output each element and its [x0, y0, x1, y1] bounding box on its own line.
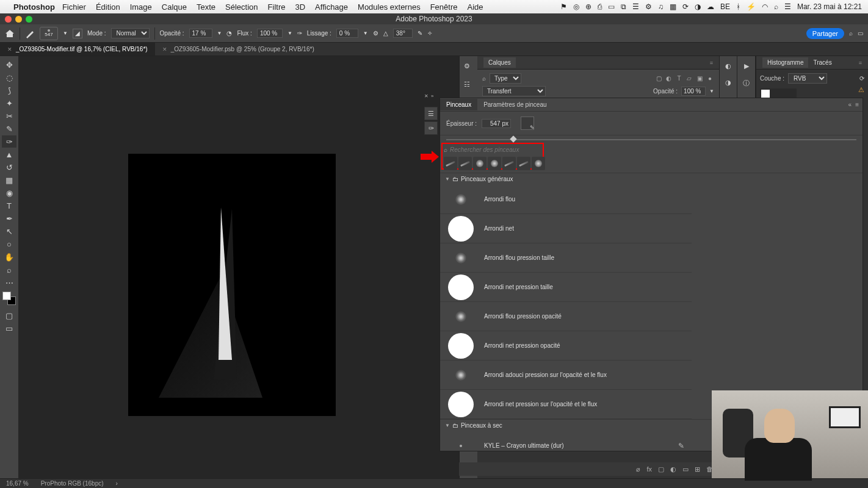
- blur-tool[interactable]: ◉: [2, 187, 16, 199]
- control-center-icon[interactable]: ☰: [784, 2, 791, 11]
- close-tab-icon[interactable]: ✕: [7, 46, 12, 52]
- layer-mask-icon[interactable]: ▢: [658, 465, 664, 473]
- brush-list-item[interactable]: Arrondi flou pression opacité: [440, 302, 692, 331]
- recent-brush[interactable]: [502, 157, 516, 170]
- filter-type-icon[interactable]: T: [675, 75, 684, 82]
- chevron-down-icon[interactable]: ▼: [363, 30, 368, 36]
- status-icon[interactable]: ⎙: [598, 2, 602, 11]
- adjustments-icon[interactable]: ⚙: [464, 62, 474, 72]
- type-tool[interactable]: T: [2, 199, 16, 212]
- marquee-tool[interactable]: ◌: [2, 71, 16, 84]
- search-icon[interactable]: ⌕: [774, 2, 778, 11]
- status-icon[interactable]: ⚙: [645, 2, 652, 11]
- home-icon[interactable]: [5, 29, 15, 38]
- status-icon[interactable]: ⧉: [621, 2, 626, 11]
- symmetry-icon[interactable]: ✧: [427, 30, 432, 37]
- brush-group-header[interactable]: ▼🗀 Pinceaux généraux: [440, 173, 863, 185]
- angle-input[interactable]: [393, 29, 413, 38]
- app-name[interactable]: Photoshop: [13, 2, 55, 12]
- filter-shape-icon[interactable]: ▱: [685, 75, 693, 82]
- chevron-down-icon[interactable]: ▼: [288, 30, 292, 36]
- bluetooth-icon[interactable]: ᚼ: [736, 2, 740, 11]
- status-icon[interactable]: ☁: [707, 2, 714, 11]
- histogram-tab[interactable]: Histogramme: [762, 57, 808, 68]
- collapse-panel-icon[interactable]: »: [431, 93, 433, 99]
- status-icon[interactable]: ⚑: [560, 2, 567, 11]
- status-icon[interactable]: ▦: [670, 2, 676, 11]
- recent-brush[interactable]: [532, 157, 545, 170]
- chevron-down-icon[interactable]: ▼: [63, 30, 68, 36]
- status-icon[interactable]: ♫: [658, 2, 664, 11]
- recent-brush[interactable]: [473, 157, 486, 170]
- brush-list-item[interactable]: Arrondi net pression opacité: [440, 331, 692, 361]
- recent-brush[interactable]: [444, 157, 457, 170]
- info-icon[interactable]: ⓘ: [743, 79, 750, 88]
- status-icon[interactable]: ⟳: [682, 2, 689, 11]
- recent-brush[interactable]: [488, 157, 501, 170]
- brush-search-input[interactable]: [450, 146, 859, 153]
- airbrush-icon[interactable]: ✑: [297, 30, 302, 37]
- smoothing-options-icon[interactable]: ⚙: [373, 30, 378, 37]
- minimize-window-button[interactable]: [15, 16, 22, 23]
- properties-icon[interactable]: ☷: [464, 81, 474, 90]
- layer-filter-select[interactable]: Type: [490, 73, 521, 84]
- share-button[interactable]: Partager: [806, 28, 844, 39]
- menu-affichage[interactable]: Affichage: [315, 2, 348, 12]
- play-icon[interactable]: ▶: [744, 62, 749, 70]
- layer-opacity-input[interactable]: [681, 87, 706, 96]
- layer-fx-icon[interactable]: fx: [646, 465, 652, 473]
- menu-edition[interactable]: Édition: [96, 2, 120, 12]
- layer-blend-select[interactable]: Transfert: [482, 86, 546, 96]
- brush-settings-icon[interactable]: ◢: [73, 29, 82, 38]
- brush-tool-icon[interactable]: ✑: [424, 121, 438, 135]
- blend-mode-select[interactable]: Normal: [111, 28, 150, 38]
- crop-tool[interactable]: ✂: [2, 110, 16, 122]
- eyedropper-tool[interactable]: ✎: [2, 123, 16, 135]
- panel-menu-icon[interactable]: ≡: [710, 60, 713, 66]
- brush-tool[interactable]: ✑: [2, 135, 16, 148]
- lasso-tool[interactable]: ⟆: [2, 84, 16, 96]
- zoom-level[interactable]: 16,67 %: [6, 480, 29, 487]
- status-icon[interactable]: BE: [720, 2, 730, 11]
- status-icon[interactable]: ◑: [695, 2, 701, 11]
- filter-smart-icon[interactable]: ▣: [695, 75, 704, 82]
- gradient-tool[interactable]: ▦: [2, 174, 16, 186]
- document-tab[interactable]: ✕_OZ93605-Modifier.tif @ 16,7% (CIEL, RV…: [0, 43, 155, 56]
- shape-tool[interactable]: ○: [2, 238, 16, 250]
- color-swatches[interactable]: [2, 292, 16, 305]
- color-profile[interactable]: ProPhoto RGB (16bpc): [41, 480, 104, 487]
- recent-brush[interactable]: [517, 157, 530, 170]
- brush-list-item[interactable]: Arrondi net pression taille: [440, 273, 692, 302]
- brush-size-slider[interactable]: [446, 135, 856, 144]
- menu-fichier[interactable]: Fichier: [62, 2, 86, 12]
- brush-list-item[interactable]: Arrondi net pression sur l'opacité et le…: [440, 390, 692, 419]
- close-tab-icon[interactable]: ✕: [162, 46, 167, 52]
- wifi-icon[interactable]: ◠: [762, 2, 768, 11]
- clock[interactable]: Mar. 23 mai à 12:21: [797, 2, 862, 11]
- link-layers-icon[interactable]: ⌀: [636, 465, 640, 473]
- brush-list-item[interactable]: Arrondi flou pression taille: [440, 243, 692, 273]
- path-select-tool[interactable]: ↖: [2, 225, 16, 237]
- new-layer-icon[interactable]: ⊞: [695, 465, 700, 473]
- menu-fenetre[interactable]: Fenêtre: [430, 2, 458, 12]
- menu-3d[interactable]: 3D: [295, 2, 305, 12]
- pressure-opacity-icon[interactable]: ◔: [226, 30, 232, 37]
- menu-aide[interactable]: Aide: [467, 2, 483, 12]
- close-panel-icon[interactable]: ✕: [424, 93, 429, 99]
- screen-mode-button[interactable]: ▭: [2, 322, 16, 334]
- brushes-tab[interactable]: Pinceaux: [440, 99, 477, 110]
- search-icon[interactable]: ⌕: [849, 30, 853, 37]
- brush-tool-icon[interactable]: ☰: [424, 107, 438, 120]
- status-icon[interactable]: ☰: [632, 2, 639, 11]
- brush-list-item[interactable]: Arrondi adouci pression sur l'opacité et…: [440, 361, 692, 390]
- status-icon[interactable]: ◎: [573, 2, 579, 11]
- more-tools[interactable]: ⋯: [2, 276, 16, 289]
- chevron-down-icon[interactable]: ▼: [217, 30, 222, 36]
- channel-select[interactable]: RVB: [788, 73, 827, 84]
- panel-menu-icon[interactable]: ≡: [859, 60, 862, 66]
- document-tab[interactable]: ✕_OZ93605-Modifier.psb @ 25% (Groupe 2, …: [155, 43, 322, 56]
- brush-list-item[interactable]: KYLE – Crayon ultimate (dur)✎: [440, 431, 692, 451]
- brush-preset-picker[interactable]: 547: [40, 27, 58, 40]
- menu-calque[interactable]: Calque: [162, 2, 187, 12]
- search-icon[interactable]: ⌕: [482, 75, 486, 82]
